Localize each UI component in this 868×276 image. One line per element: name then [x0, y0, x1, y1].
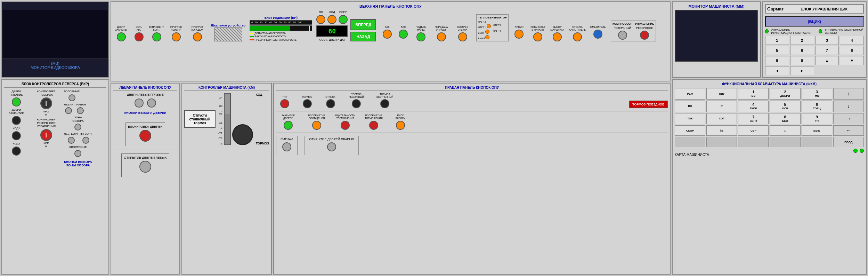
- fkm-vo[interactable]: ВО: [675, 101, 705, 112]
- omyvatel-btn[interactable]: [593, 30, 602, 39]
- vospr-soob-btn[interactable]: [312, 121, 321, 130]
- otpusk-btn[interactable]: [326, 99, 335, 108]
- hod2-btn[interactable]: [12, 147, 21, 156]
- otkrytie-levyx-btn[interactable]: ОТКРЫТИЕ ДВЕРЕЙ ЛЕВЫХ: [121, 153, 169, 177]
- numpad-4[interactable]: 4: [840, 36, 864, 45]
- pusk-zapisi-btn[interactable]: [396, 121, 405, 130]
- hvostovye-btn[interactable]: [74, 150, 81, 157]
- fkm-square[interactable]: □: [770, 125, 800, 136]
- signal-btn[interactable]: [282, 142, 291, 151]
- tpt-btn[interactable]: [280, 99, 289, 108]
- pravaya-btn[interactable]: [77, 107, 84, 114]
- fkm-7vent[interactable]: 7ВЕНТ: [738, 113, 769, 125]
- tormoz-btn[interactable]: [303, 99, 312, 108]
- hod-btn[interactable]: [327, 15, 336, 24]
- peredacha-btn[interactable]: [437, 32, 446, 41]
- pr-bort-btn[interactable]: [82, 137, 89, 144]
- als-btn[interactable]: [399, 30, 408, 39]
- fkm-led2: [860, 149, 864, 153]
- tormoz-poezdnoe-btn[interactable]: ТОРМОЗ ПОЕЗДНОЕ: [629, 101, 668, 108]
- controller-revers-knob[interactable]: [40, 97, 52, 109]
- numpad-2[interactable]: 2: [790, 36, 814, 45]
- tormoz-reserv-btn[interactable]: [352, 99, 361, 108]
- numpad-right[interactable]: ►: [790, 66, 814, 75]
- fkm-t[interactable]: t°: [706, 101, 737, 112]
- zakrytie-dverey-btn[interactable]: [284, 121, 293, 130]
- hod-scale-label: ХОД: [256, 93, 269, 96]
- numpad-5[interactable]: 5: [765, 46, 789, 55]
- vybor-btn[interactable]: [553, 32, 562, 41]
- fkm-skor[interactable]: СКОР: [675, 125, 705, 136]
- ispr-btn[interactable]: [339, 15, 348, 24]
- fkm-pvu[interactable]: ПВУ: [706, 88, 737, 100]
- fkm-6torс[interactable]: 6ТОРЦ: [802, 101, 832, 112]
- kompressor-btn[interactable]: [618, 31, 627, 40]
- otkrytie-pravyx-label: ОТКРЫТИЕ ДВЕРЕЙ ПРАВЫХ: [309, 137, 354, 141]
- numpad-3[interactable]: 3: [815, 36, 839, 45]
- fkm-vvod[interactable]: ВВОД: [833, 137, 864, 147]
- fkm-down[interactable]: ↓: [833, 101, 864, 112]
- fkm-rej[interactable]: РЕЖ: [675, 88, 705, 100]
- fkm-8bbe[interactable]: 8ББЭ: [770, 113, 800, 125]
- fkm-left[interactable]: ←: [833, 125, 864, 136]
- pn-btn[interactable]: [316, 15, 325, 24]
- fkm-right[interactable]: →: [833, 113, 864, 125]
- blokirovka-btn[interactable]: БЛОКИРОВКА ДВЕРЕЙ: [125, 123, 165, 146]
- teplov-kont-btn[interactable]: [152, 32, 161, 41]
- dveri-pitanie-btn[interactable]: [12, 97, 21, 107]
- dveri-zakrytie-btn[interactable]: [12, 116, 21, 125]
- fkm-num[interactable]: №: [706, 125, 737, 136]
- otkrytie-levyx-circle[interactable]: [139, 161, 151, 173]
- numpad-8[interactable]: 8: [840, 46, 864, 55]
- fkm-4tkpr[interactable]: 4ТКПР: [738, 101, 769, 112]
- dveri-levye-btn[interactable]: [135, 98, 144, 108]
- progrev-neisp-btn[interactable]: [172, 32, 181, 41]
- kv-dverey-label: КНОПКИ ВЫБОРА ДВЕРЕЙ: [124, 111, 166, 115]
- vpered-btn[interactable]: ВПЕРЕД: [350, 19, 376, 30]
- upravlenie-btn[interactable]: [640, 31, 649, 40]
- numpad-1[interactable]: 1: [765, 36, 789, 45]
- fkm-sbr[interactable]: СБР: [738, 125, 769, 136]
- km-handle[interactable]: [232, 124, 253, 145]
- set-ags-btn[interactable]: [135, 32, 144, 41]
- dveri-pravye-btn[interactable]: [147, 98, 156, 108]
- fkm-3mk[interactable]: 3МК: [802, 88, 832, 100]
- fkm-5osv[interactable]: 5ОСВ: [770, 101, 800, 112]
- numpad-6[interactable]: 6: [790, 46, 814, 55]
- blokirovka-red-btn[interactable]: [139, 130, 151, 142]
- hod1-btn[interactable]: [12, 131, 21, 140]
- liniya-btn[interactable]: [514, 30, 524, 39]
- nazad-btn[interactable]: НАЗАД: [350, 32, 376, 41]
- progrev-kolodok-btn[interactable]: [193, 32, 202, 41]
- fkm-sot[interactable]: СОТ: [706, 113, 737, 125]
- numpad-up[interactable]: ▲: [815, 56, 839, 65]
- fkm-1bv[interactable]: 1БВ: [738, 88, 769, 100]
- otkrytie-pravyx-btn[interactable]: [327, 142, 336, 151]
- set-ags-label: СЕТЬАГС: [136, 26, 142, 31]
- golovnye-btn[interactable]: [68, 94, 75, 101]
- podyem-btn[interactable]: [416, 32, 425, 41]
- lev-bort-btn[interactable]: [68, 137, 75, 144]
- stekloochist-btn[interactable]: [573, 32, 582, 41]
- fkm-9tp[interactable]: 9ТП: [802, 113, 832, 125]
- kah-btn[interactable]: [383, 30, 392, 39]
- levaya-btn[interactable]: [65, 107, 72, 114]
- numpad-7[interactable]: 7: [815, 46, 839, 55]
- numpad-left[interactable]: ◄: [765, 66, 789, 75]
- fkm-vyb[interactable]: ВЫБ: [802, 125, 832, 136]
- numpad-0[interactable]: 0: [790, 56, 814, 65]
- zona-obzora-btn[interactable]: [74, 124, 81, 131]
- tormoz-ekstr-btn[interactable]: [380, 99, 389, 108]
- fkm-tok[interactable]: ТОК: [675, 113, 705, 125]
- obogrev-btn[interactable]: [458, 32, 467, 41]
- otkrytie-pravyx-block: ОТКРЫТИЕ ДВЕРЕЙ ПРАВЫХ: [305, 136, 358, 155]
- ustanovka-btn[interactable]: [533, 32, 542, 41]
- vospr-tormoz-btn[interactable]: [369, 121, 378, 130]
- fkm-up[interactable]: ↑: [833, 88, 864, 100]
- numpad-down[interactable]: ▼: [840, 56, 864, 65]
- controller-reserv-knob[interactable]: [40, 129, 52, 141]
- bditelnost-btn[interactable]: [341, 121, 350, 130]
- dveri-zakryt-btn[interactable]: [117, 32, 126, 41]
- numpad-9[interactable]: 9: [765, 56, 789, 65]
- fkm-2dveri[interactable]: 2ДВЕРИ: [770, 88, 800, 100]
